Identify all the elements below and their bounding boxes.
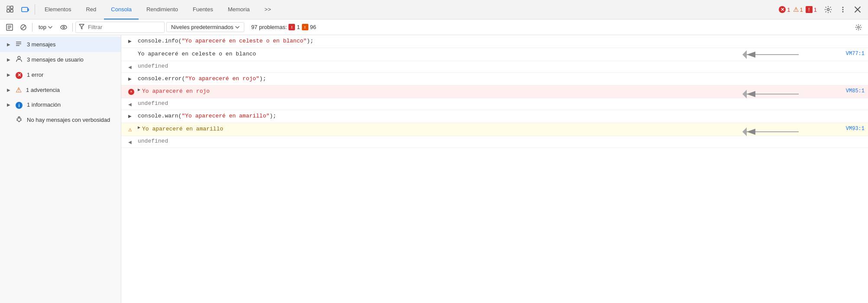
nav-info-count: 1 <box>814 7 817 13</box>
levels-chevron-icon <box>235 26 240 29</box>
triangle-nav-warn: ⚠ <box>793 6 799 13</box>
expand-error-arrow[interactable]: ▶ <box>138 87 140 92</box>
sidebar-item-error[interactable]: ▶ ✕ 1 error <box>0 67 121 82</box>
levels-button[interactable]: Niveles predeterminados <box>166 22 244 32</box>
arrow-error: ▶ <box>7 72 10 77</box>
sidebar-item-informacion[interactable]: ▶ i 1 información <box>0 98 121 112</box>
close-icon[interactable] <box>851 3 865 16</box>
devtools-toolbar: top Niveles predeterminados 97 problemas… <box>0 20 868 35</box>
svg-point-20 <box>858 26 859 28</box>
code-method-error-close: ); <box>259 75 266 82</box>
problems-error-count: 1 <box>297 24 300 30</box>
sidebar-label-usuario: 3 mensajes de usuario <box>27 56 84 63</box>
svg-rect-1 <box>10 6 13 9</box>
svg-point-26 <box>16 45 17 46</box>
sidebar-label-informacion: 1 información <box>27 101 61 108</box>
arrow-advertencia: ▶ <box>7 88 10 92</box>
tab-memoria[interactable]: Memoria <box>221 0 257 20</box>
code-string-info: "Yo apareceré en celeste o en blanco" <box>181 38 307 44</box>
square-nav-info: ! <box>806 6 813 13</box>
clear-console-icon[interactable] <box>3 21 16 33</box>
info-output-text: Yo apareceré en celeste o en blanco <box>138 50 842 59</box>
devtools-nav: Elementos Red Consola Rendimiento Fuente… <box>0 0 868 20</box>
more-icon[interactable] <box>836 3 850 16</box>
sidebar-item-advertencia[interactable]: ▶ ⚠ 1 advertencia <box>0 82 121 98</box>
sidebar-item-verbosidad[interactable]: ▶ No hay mensajes con verbosidad <box>0 112 121 127</box>
svg-rect-4 <box>22 7 28 12</box>
context-selector[interactable]: top <box>35 23 56 31</box>
console-row-error-output: ✕ ▶ Yo apareceré en rojo VM85:1 <box>121 85 868 98</box>
svg-point-25 <box>16 43 17 44</box>
settings-icon[interactable] <box>821 3 835 16</box>
svg-rect-3 <box>10 10 13 12</box>
svg-line-17 <box>22 25 26 29</box>
svg-rect-0 <box>7 6 10 9</box>
undefined-text-3: undefined <box>138 138 168 144</box>
undefined-text-1: undefined <box>138 63 168 69</box>
undefined-text-2: undefined <box>138 100 168 107</box>
console-row-warn-output: ⚠ ▶ Yo apareceré en amarillo VM93:1 <box>121 123 868 136</box>
code-string-error: "Yo apareceré en rojo" <box>185 75 259 82</box>
sidebar-item-mensajes[interactable]: ▶ 3 mensajes <box>0 37 121 52</box>
inspect-icon[interactable] <box>3 3 17 16</box>
problems-error-badge: ! <box>288 24 295 30</box>
undefined-icon-2: ◀ <box>128 101 136 108</box>
toolbar-separator-2 <box>72 23 73 32</box>
console-row-undefined-1: ◀ undefined <box>121 61 868 73</box>
nav-separator <box>35 4 35 15</box>
toolbar-separator-1 <box>32 23 32 32</box>
link-vm93[interactable]: VM93:1 <box>846 126 865 132</box>
svg-marker-39 <box>742 90 747 98</box>
svg-point-8 <box>842 9 844 10</box>
nav-warning-count: 1 <box>800 7 803 13</box>
svg-point-7 <box>842 7 844 8</box>
block-icon[interactable] <box>17 21 29 33</box>
problems-label: 97 problemas: <box>251 24 287 30</box>
eye-icon[interactable] <box>58 21 70 33</box>
sidebar: ▶ 3 mensajes ▶ 3 mensajes de usuario ▶ ✕… <box>0 35 121 303</box>
arrow-mensajes: ▶ <box>7 42 10 47</box>
user-icon <box>16 55 23 64</box>
code-string-warn: "Yo apareceré en amarillo" <box>181 113 269 119</box>
console-output: ▶ console.info("Yo apareceré en celeste … <box>121 35 868 303</box>
tab-more[interactable]: >> <box>258 0 278 20</box>
sidebar-item-mensajes-usuario[interactable]: ▶ 3 mensajes de usuario <box>0 52 121 67</box>
info-circle-icon: i <box>16 101 23 109</box>
expand-warn-arrow[interactable]: ▶ <box>138 125 140 130</box>
nav-error-badge[interactable]: ✕ 1 <box>779 6 790 13</box>
list-icon <box>16 40 23 49</box>
sidebar-label-error: 1 error <box>27 72 43 78</box>
svg-point-9 <box>842 11 844 13</box>
svg-point-27 <box>18 56 20 59</box>
filter-input[interactable] <box>75 22 165 33</box>
responsive-icon[interactable] <box>18 3 32 16</box>
tab-elementos[interactable]: Elementos <box>38 0 78 20</box>
tab-fuentes[interactable]: Fuentes <box>186 0 220 20</box>
arrow-info: ▶ <box>7 102 10 107</box>
prompt-icon-info: ▶ <box>128 38 136 45</box>
code-method-warn: console.warn( <box>138 113 181 119</box>
problems-warning-badge: ! <box>302 24 308 30</box>
filter-wrapper <box>75 22 165 33</box>
warn-icon-output: ⚠ <box>128 126 136 133</box>
link-vm77[interactable]: VM77:1 <box>846 51 865 57</box>
nav-status-group: ✕ 1 ⚠ 1 ! 1 <box>779 6 817 13</box>
undefined-icon-1: ◀ <box>128 64 136 71</box>
nav-warning-badge[interactable]: ⚠ 1 <box>793 6 803 13</box>
warning-triangle-icon: ⚠ <box>16 86 22 94</box>
link-vm85[interactable]: VM85:1 <box>846 88 865 94</box>
tab-red[interactable]: Red <box>79 0 103 20</box>
console-row-undefined-3: ◀ undefined <box>121 136 868 148</box>
error-icon-output: ✕ <box>128 88 136 95</box>
tab-rendimiento[interactable]: Rendimiento <box>139 0 185 20</box>
tab-consola[interactable]: Consola <box>104 0 139 20</box>
console-error-code: console.error("Yo apareceré en rojo"); <box>138 75 865 84</box>
context-label: top <box>39 24 46 30</box>
nav-info-badge[interactable]: ! 1 <box>806 6 817 13</box>
error-circle-icon: ✕ <box>16 71 23 79</box>
code-method-info-close: ); <box>307 38 314 44</box>
console-row-info-output: Yo apareceré en celeste o en blanco VM77… <box>121 48 868 61</box>
console-settings-icon[interactable] <box>852 21 865 33</box>
svg-marker-36 <box>742 50 747 59</box>
sidebar-label-verbosidad: No hay mensajes con verbosidad <box>27 117 110 123</box>
